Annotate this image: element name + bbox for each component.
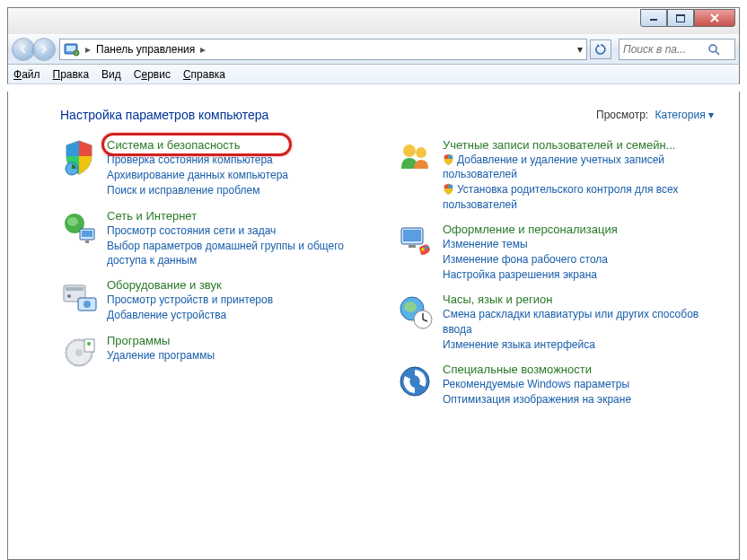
category-link[interactable]: Установка родительского контроля для все… bbox=[443, 182, 714, 211]
svg-point-6 bbox=[709, 45, 716, 52]
svg-rect-13 bbox=[85, 241, 89, 243]
svg-line-7 bbox=[716, 51, 719, 55]
category-title[interactable]: Оборудование и звук bbox=[107, 278, 273, 292]
appearance-icon bbox=[396, 223, 434, 260]
svg-point-26 bbox=[416, 147, 426, 158]
category-link[interactable]: Настройка разрешения экрана bbox=[443, 267, 618, 282]
view-by: Просмотр: Категория ▾ bbox=[596, 109, 714, 121]
category-title[interactable]: Учетные записи пользователей и семейн... bbox=[443, 138, 714, 152]
category-link[interactable]: Проверка состояния компьютера bbox=[107, 153, 288, 167]
category-link[interactable]: Добавление и удаление учетных записей по… bbox=[443, 153, 714, 181]
category-title[interactable]: Оформление и персонализация bbox=[443, 223, 618, 236]
refresh-button[interactable] bbox=[590, 39, 611, 59]
category-left-0: Система и безопасностьПроверка состояния… bbox=[60, 138, 378, 198]
shield-icon bbox=[60, 138, 98, 176]
search-icon bbox=[707, 43, 720, 56]
navigation-bar: ▸ Панель управления ▸ ▾ bbox=[7, 34, 740, 65]
svg-rect-12 bbox=[82, 231, 92, 237]
svg-rect-29 bbox=[409, 245, 416, 248]
categories-left: Система и безопасностьПроверка состояния… bbox=[60, 138, 378, 407]
category-title[interactable]: Программы bbox=[107, 334, 215, 347]
category-link[interactable]: Просмотр состояния сети и задач bbox=[107, 223, 378, 238]
svg-rect-4 bbox=[66, 46, 75, 51]
users-icon bbox=[396, 138, 434, 176]
chevron-right-icon: ▸ bbox=[85, 43, 91, 56]
category-left-2: Оборудование и звукПросмотр устройств и … bbox=[60, 278, 378, 322]
category-link[interactable]: Удаление программы bbox=[107, 348, 215, 363]
category-link[interactable]: Рекомендуемые Windows параметры bbox=[443, 377, 631, 391]
svg-rect-2 bbox=[676, 14, 685, 16]
uac-shield-icon bbox=[443, 183, 454, 195]
menu-help[interactable]: Справка bbox=[183, 68, 225, 81]
category-title[interactable]: Специальные возможности bbox=[443, 363, 631, 376]
category-link[interactable]: Смена раскладки клавиатуры или других сп… bbox=[443, 307, 714, 336]
dropdown-icon[interactable]: ▾ bbox=[577, 43, 583, 56]
content-area: Настройка параметров компьютера Просмотр… bbox=[7, 92, 740, 560]
svg-rect-15 bbox=[66, 287, 83, 291]
category-link[interactable]: Просмотр устройств и принтеров bbox=[107, 293, 273, 307]
search-input[interactable] bbox=[623, 43, 704, 56]
control-panel-icon bbox=[64, 42, 80, 57]
category-link[interactable]: Поиск и исправление проблем bbox=[107, 183, 288, 197]
category-right-1: Оформление и персонализацияИзменение тем… bbox=[396, 223, 714, 283]
category-right-3: Специальные возможностиРекомендуемые Win… bbox=[396, 363, 714, 407]
svg-rect-23 bbox=[84, 339, 94, 352]
category-link[interactable]: Изменение языка интерфейса bbox=[443, 337, 714, 352]
svg-rect-1 bbox=[677, 14, 685, 22]
svg-point-16 bbox=[67, 294, 71, 298]
titlebar bbox=[7, 7, 740, 34]
hardware-icon bbox=[60, 278, 98, 316]
svg-rect-0 bbox=[650, 19, 657, 21]
svg-point-10 bbox=[67, 217, 78, 226]
svg-point-24 bbox=[87, 342, 91, 346]
svg-point-22 bbox=[75, 349, 83, 356]
category-left-3: ПрограммыУдаление программы bbox=[60, 334, 378, 372]
view-by-dropdown[interactable]: Категория ▾ bbox=[655, 109, 714, 121]
menu-bar: ФФайлайл Правка Вид Сервис Справка bbox=[7, 65, 740, 84]
svg-point-33 bbox=[404, 302, 417, 312]
category-link[interactable]: Выбор параметров домашней группы и общег… bbox=[107, 239, 378, 267]
network-icon bbox=[60, 209, 98, 247]
page-title: Настройка параметров компьютера bbox=[60, 108, 268, 122]
svg-point-5 bbox=[74, 50, 79, 56]
category-title[interactable]: Часы, язык и регион bbox=[443, 293, 714, 306]
svg-point-18 bbox=[83, 301, 91, 308]
category-title[interactable]: Сеть и Интернет bbox=[107, 209, 378, 223]
svg-point-31 bbox=[425, 246, 428, 249]
address-bar[interactable]: ▸ Панель управления ▸ ▾ bbox=[59, 39, 587, 60]
svg-point-30 bbox=[421, 248, 425, 251]
svg-point-25 bbox=[403, 144, 416, 157]
categories-right: Учетные записи пользователей и семейн...… bbox=[396, 138, 714, 407]
category-link[interactable]: Изменение фона рабочего стола bbox=[443, 252, 618, 267]
programs-icon bbox=[60, 334, 98, 372]
category-link[interactable]: Архивирование данных компьютера bbox=[107, 168, 288, 182]
search-box[interactable] bbox=[619, 39, 735, 60]
category-right-0: Учетные записи пользователей и семейн...… bbox=[396, 138, 714, 212]
forward-button[interactable] bbox=[32, 38, 56, 61]
breadcrumb-root[interactable]: Панель управления bbox=[96, 43, 195, 56]
category-title[interactable]: Система и безопасность bbox=[107, 138, 288, 152]
chevron-right-icon: ▸ bbox=[200, 43, 206, 56]
maximize-button[interactable] bbox=[667, 9, 694, 27]
uac-shield-icon bbox=[443, 153, 454, 165]
category-link[interactable]: Оптимизация изображения на экране bbox=[443, 392, 631, 407]
category-link[interactable]: Добавление устройства bbox=[107, 308, 273, 322]
minimize-button[interactable] bbox=[640, 9, 667, 27]
menu-edit[interactable]: Правка bbox=[53, 68, 90, 81]
access-icon bbox=[396, 363, 434, 400]
svg-rect-28 bbox=[403, 230, 421, 241]
category-right-2: Часы, язык и регионСмена раскладки клави… bbox=[396, 293, 714, 352]
menu-tools[interactable]: Сервис bbox=[134, 68, 171, 81]
category-link[interactable]: Изменение темы bbox=[443, 237, 618, 251]
menu-file[interactable]: ФФайлайл bbox=[13, 68, 40, 81]
close-button[interactable] bbox=[694, 9, 735, 27]
category-left-1: Сеть и ИнтернетПросмотр состояния сети и… bbox=[60, 209, 378, 268]
clock-icon bbox=[396, 293, 434, 330]
menu-view[interactable]: Вид bbox=[101, 68, 121, 81]
